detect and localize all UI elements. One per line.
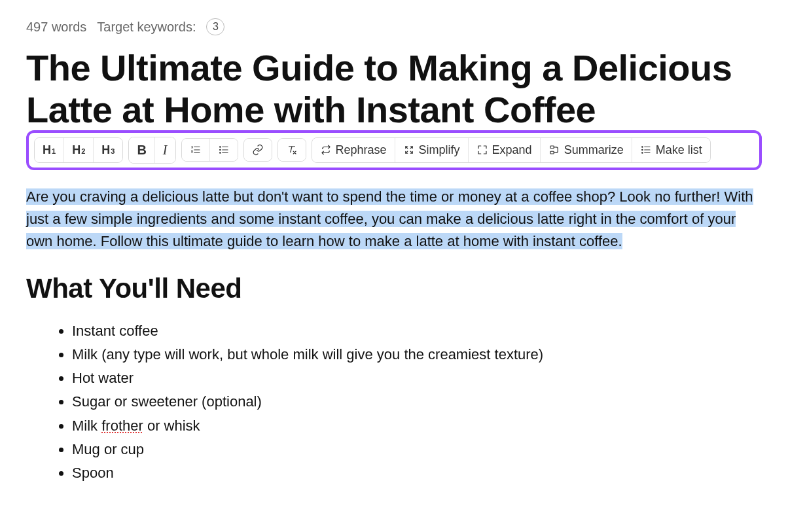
ai-actions-group: Rephrase Simplify Expand Summarize Make … — [312, 137, 711, 163]
italic-label: I — [163, 143, 168, 158]
svg-rect-4 — [550, 152, 554, 154]
make-list-label: Make list — [656, 143, 702, 157]
word-count: 497 words — [26, 20, 86, 35]
make-list-button[interactable]: Make list — [632, 138, 710, 162]
unordered-list-icon — [218, 144, 230, 156]
list-item: Milk frother or whisk — [72, 415, 762, 437]
ordered-list-icon — [190, 144, 202, 156]
list-item: Instant coffee — [72, 320, 762, 342]
link-group — [243, 138, 272, 162]
unordered-list-button[interactable] — [210, 139, 238, 161]
heading-group: H1 H2 H3 — [34, 137, 123, 163]
h2-button[interactable]: H2 — [64, 138, 94, 162]
h1-button[interactable]: H1 — [35, 138, 64, 162]
bold-button[interactable]: B — [129, 137, 154, 163]
list-item: Spoon — [72, 462, 762, 484]
list-item: Mug or cup — [72, 438, 762, 461]
expand-icon — [476, 144, 488, 156]
meta-row: 497 words Target keywords: 3 — [26, 18, 762, 35]
floating-toolbar: H1 H2 H3 B I — [26, 130, 762, 170]
section-heading: What You'll Need — [26, 267, 762, 310]
h2-label: H2 — [72, 143, 85, 157]
simplify-button[interactable]: Simplify — [395, 138, 469, 162]
keywords-label: Target keywords: — [97, 20, 196, 35]
clear-format-button[interactable] — [278, 139, 306, 161]
h3-label: H3 — [101, 143, 115, 157]
rephrase-button[interactable]: Rephrase — [312, 138, 395, 162]
make-list-icon — [640, 144, 652, 156]
rephrase-label: Rephrase — [336, 143, 387, 157]
italic-button[interactable]: I — [155, 137, 175, 163]
selected-text: Are you craving a delicious latte but do… — [26, 188, 753, 249]
page-title: The Ultimate Guide to Making a Delicious… — [26, 47, 762, 132]
rephrase-icon — [320, 144, 332, 156]
svg-point-6 — [641, 150, 643, 151]
ordered-list-button[interactable] — [182, 139, 210, 161]
svg-rect-3 — [550, 146, 554, 149]
spelling-error[interactable]: frother — [101, 417, 143, 434]
list-item: Milk (any type will work, but whole milk… — [72, 344, 762, 366]
svg-point-7 — [641, 152, 643, 154]
intro-paragraph: Are you craving a delicious latte but do… — [26, 186, 762, 253]
link-icon — [252, 144, 264, 156]
simplify-label: Simplify — [419, 143, 460, 157]
svg-point-1 — [219, 150, 221, 151]
link-button[interactable] — [244, 139, 272, 161]
expand-label: Expand — [492, 143, 532, 157]
h3-button[interactable]: H3 — [94, 138, 122, 162]
h1-label: H1 — [43, 143, 56, 157]
bold-label: B — [137, 143, 146, 158]
summarize-icon — [548, 144, 560, 156]
format-group: B I — [128, 137, 175, 164]
simplify-icon — [403, 144, 415, 156]
svg-point-2 — [219, 152, 221, 154]
svg-point-0 — [219, 147, 221, 148]
summarize-button[interactable]: Summarize — [541, 138, 632, 162]
editor-content[interactable]: Are you craving a delicious latte but do… — [26, 186, 762, 484]
list-item: Hot water — [72, 367, 762, 389]
expand-button[interactable]: Expand — [469, 138, 541, 162]
keywords-count-badge[interactable]: 3 — [206, 18, 224, 35]
clear-format-icon — [286, 144, 298, 156]
svg-point-5 — [641, 147, 643, 148]
list-item: Sugar or sweetener (optional) — [72, 391, 762, 413]
ingredients-list: Instant coffee Milk (any type will work,… — [26, 320, 762, 484]
list-group — [181, 138, 238, 162]
summarize-label: Summarize — [564, 143, 624, 157]
clear-group — [278, 138, 306, 162]
